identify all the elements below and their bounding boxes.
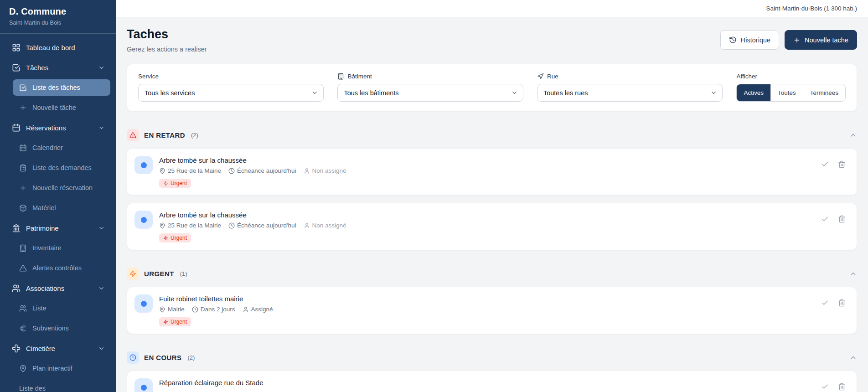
task-list: Arbre tombé sur la chaussée25 Rue de la …: [127, 148, 857, 250]
user-icon: [304, 168, 310, 174]
task-title: Arbre tombé sur la chaussée: [159, 211, 815, 219]
new-task-button[interactable]: Nouvelle tache: [785, 30, 857, 50]
new-task-button-label: Nouvelle tache: [805, 36, 848, 44]
zap-icon: [127, 268, 139, 280]
zap-icon: [163, 236, 168, 241]
sidebar-item-label: Liste des: [19, 385, 46, 392]
sidebar-item-plan-interactif[interactable]: Plan interactif: [13, 360, 110, 377]
complete-task-icon[interactable]: [821, 160, 829, 168]
clock-icon: [127, 351, 139, 364]
service-select[interactable]: Tous les services: [138, 84, 324, 102]
sidebar-item-liste-des-demandes[interactable]: Liste des demandes: [13, 160, 110, 176]
sidebar-item-liste-des-taches[interactable]: Liste des tâches: [13, 79, 110, 96]
sidebar: D. Commune Saint-Martin-du-Bois Tableau …: [0, 0, 116, 392]
sidebar-item-inventaire[interactable]: Inventaire: [13, 240, 110, 256]
task-location: Mairie: [159, 306, 185, 313]
clock-icon: [228, 168, 235, 174]
sidebar-item-liste[interactable]: Liste: [13, 300, 110, 316]
euro-icon: [19, 325, 27, 332]
task-assignee: Assigné: [243, 306, 273, 313]
rue-select[interactable]: Toutes les rues: [537, 84, 723, 102]
task-body: Arbre tombé sur la chaussée25 Rue de la …: [159, 156, 815, 188]
section-header-en-retard: EN RETARD(2): [127, 129, 857, 141]
users-icon: [12, 284, 21, 293]
sidebar-item-label: Associations: [26, 284, 64, 292]
rue-label-text: Rue: [547, 73, 558, 80]
task-list: Fuite robinet toilettes mairieMairieDans…: [127, 287, 857, 334]
map-pin-icon: [19, 365, 27, 372]
task-title: Arbre tombé sur la chaussée: [159, 156, 815, 164]
sidebar-item-label: Nouvelle tâche: [32, 104, 76, 111]
afficher-label-text: Afficher: [736, 73, 757, 80]
rue-label: Rue: [537, 73, 723, 80]
sidebar-item-cimetiere[interactable]: Cimetière: [5, 340, 110, 356]
section-header-urgent: URGENT(1): [127, 268, 857, 280]
delete-task-icon[interactable]: [838, 215, 846, 223]
sidebar-item-materiel[interactable]: Matériel: [13, 200, 110, 216]
chevron-down-icon: [98, 225, 105, 232]
sidebar-item-associations[interactable]: Associations: [5, 280, 110, 296]
task-card[interactable]: Arbre tombé sur la chaussée25 Rue de la …: [127, 148, 857, 196]
batiment-label-text: Bâtiment: [347, 73, 372, 80]
task-location: 25 Rue de la Mairie: [159, 167, 221, 174]
task-due: Échéance aujourd'hui: [228, 222, 296, 229]
complete-task-icon[interactable]: [821, 299, 829, 307]
task-card[interactable]: Fuite robinet toilettes mairieMairieDans…: [127, 287, 857, 334]
calendar-icon: [12, 124, 21, 132]
page-title: Taches: [127, 27, 207, 41]
sidebar-item-patrimoine[interactable]: Patrimoine: [5, 220, 110, 236]
urgent-badge: Urgent: [159, 233, 191, 242]
delete-task-icon[interactable]: [838, 160, 846, 168]
filter-batiment: Bâtiment Tous les bâtiments: [337, 73, 523, 102]
chevron-up-icon[interactable]: [849, 354, 857, 361]
delete-task-icon[interactable]: [838, 299, 846, 307]
sidebar-item-reservations[interactable]: Réservations: [5, 119, 110, 136]
plus-icon: [19, 104, 27, 112]
task-status-dot: [134, 211, 153, 229]
sidebar-item-nouvelle-tache[interactable]: Nouvelle tâche: [13, 99, 110, 116]
section-urgent: URGENT(1)Fuite robinet toilettes mairieM…: [127, 268, 857, 334]
chevron-up-icon[interactable]: [849, 270, 857, 278]
afficher-option-actives[interactable]: Actives: [737, 84, 770, 101]
task-actions: [821, 383, 846, 391]
complete-task-icon[interactable]: [821, 383, 829, 391]
chevron-down-icon: [98, 124, 105, 131]
complete-task-icon[interactable]: [821, 215, 829, 223]
app-title: D. Commune: [9, 6, 107, 17]
task-assignee: Non assigné: [304, 222, 346, 229]
task-title: Fuite robinet toilettes mairie: [159, 295, 815, 303]
urgent-badge: Urgent: [159, 317, 191, 326]
chevron-up-icon[interactable]: [849, 131, 857, 139]
check-square-icon: [12, 63, 21, 72]
sidebar-item-tableau-de-bord[interactable]: Tableau de bord: [5, 39, 110, 56]
sidebar-item-label: Cimetière: [26, 345, 55, 352]
sidebar-item-label: Tableau de bord: [26, 44, 75, 52]
chevron-down-icon: [98, 345, 105, 352]
sidebar-item-liste-des[interactable]: Liste des: [13, 380, 110, 392]
task-status-dot: [134, 378, 153, 392]
sidebar-item-label: Subventions: [32, 325, 69, 332]
sidebar-item-subventions[interactable]: Subventions: [13, 320, 110, 336]
page-content: Taches Gerez les actions a realiser Hist…: [116, 17, 868, 392]
commune-label: Saint-Martin-du-Bois (1 300 hab.): [766, 5, 857, 12]
task-body: Fuite robinet toilettes mairieMairieDans…: [159, 294, 815, 326]
section-en-retard: EN RETARD(2)Arbre tombé sur la chaussée2…: [127, 129, 857, 250]
sidebar-item-label: Liste des demandes: [32, 164, 92, 171]
delete-task-icon[interactable]: [838, 383, 846, 391]
sidebar-item-label: Alertes contrôles: [32, 264, 82, 272]
sidebar-item-calendrier[interactable]: Calendrier: [13, 139, 110, 156]
batiment-select[interactable]: Tous les bâtiments: [337, 84, 523, 102]
task-card[interactable]: Arbre tombé sur la chaussée25 Rue de la …: [127, 203, 857, 250]
sidebar-item-label: Nouvelle réservation: [32, 184, 93, 191]
sidebar-item-nouvelle-reservation[interactable]: Nouvelle réservation: [13, 180, 110, 196]
history-icon: [729, 36, 737, 44]
afficher-option-terminees[interactable]: Terminées: [803, 84, 845, 101]
task-title: Réparation éclairage rue du Stade: [159, 379, 815, 387]
sidebar-item-taches[interactable]: Tâches: [5, 59, 110, 76]
building-icon: [337, 73, 344, 80]
sidebar-item-alertes-controles[interactable]: Alertes contrôles: [13, 260, 110, 276]
history-button[interactable]: Historique: [720, 30, 779, 50]
sidebar-item-label: Calendrier: [32, 144, 63, 151]
task-card[interactable]: Réparation éclairage rue du Stade: [127, 371, 857, 392]
afficher-option-toutes[interactable]: Toutes: [770, 84, 803, 101]
